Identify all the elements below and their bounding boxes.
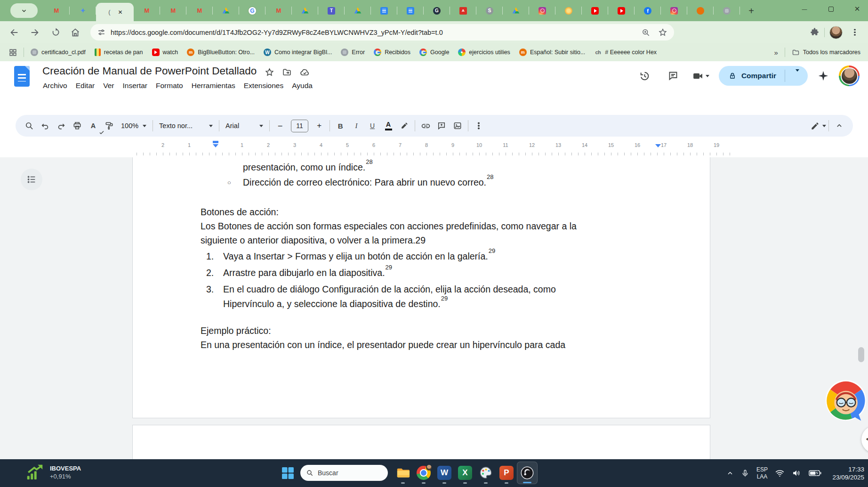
docs-home-icon[interactable]	[14, 66, 30, 87]
bookmark-item[interactable]: mBigBlueButton: Otro...	[187, 49, 255, 56]
tab-search-button[interactable]	[10, 3, 38, 18]
meet-group[interactable]	[692, 70, 709, 82]
undo-button[interactable]	[37, 118, 53, 134]
menu-item-herramientas[interactable]: Herramientas	[187, 79, 240, 92]
bookmark-item[interactable]: mEspañol: Subir sitio...	[519, 49, 585, 56]
close-button[interactable]	[850, 2, 864, 16]
browser-tab[interactable]: ✦	[70, 0, 96, 21]
menu-item-insertar[interactable]: Insertar	[118, 79, 152, 92]
menu-item-archivo[interactable]: Archivo	[39, 79, 72, 92]
zoom-select[interactable]: 100%	[117, 118, 150, 134]
menu-item-ayuda[interactable]: Ayuda	[288, 79, 317, 92]
apps-grid-icon[interactable]	[8, 48, 17, 57]
bookmark-item[interactable]: Error	[341, 49, 365, 56]
forward-button[interactable]	[27, 25, 42, 40]
scrollbar-thumb[interactable]	[858, 347, 864, 362]
left-indent-marker[interactable]	[213, 144, 218, 147]
italic-button[interactable]	[348, 118, 364, 134]
extensions-icon[interactable]	[810, 27, 820, 37]
search-menus-button[interactable]	[21, 118, 37, 134]
bookmark-item[interactable]: Recibidos	[374, 49, 410, 56]
taskbar-search[interactable]: Buscar	[300, 465, 388, 481]
highlight-color-button[interactable]	[396, 118, 412, 134]
right-indent-marker[interactable]	[655, 144, 661, 147]
back-button[interactable]	[7, 25, 22, 40]
browser-tab[interactable]: G	[239, 0, 265, 21]
clock[interactable]: 17:33 23/09/2025	[828, 465, 864, 481]
bookmark-item[interactable]: WComo integrar BigBl...	[264, 49, 332, 56]
browser-tab[interactable]: G	[424, 0, 450, 21]
hide-menus-button[interactable]	[831, 118, 847, 134]
all-bookmarks-folder[interactable]: Todos los marcadores	[792, 49, 860, 57]
bookmark-item[interactable]: watch	[152, 49, 178, 56]
browser-menu-icon[interactable]	[847, 25, 862, 40]
menu-item-formato[interactable]: Formato	[152, 79, 187, 92]
font-size-field[interactable]: 11	[291, 120, 308, 132]
browser-tab[interactable]	[555, 0, 582, 21]
print-button[interactable]	[69, 118, 85, 134]
start-button[interactable]	[281, 466, 295, 480]
gemini-icon[interactable]	[817, 70, 829, 82]
bookmark-item[interactable]: recetas de pan	[95, 49, 143, 56]
cloud-status-icon[interactable]	[299, 67, 310, 78]
first-line-indent-marker[interactable]	[213, 141, 218, 143]
reload-button[interactable]	[48, 25, 63, 40]
bookmark-item[interactable]: Google	[419, 49, 449, 56]
doc-title[interactable]: Creación de Manual de PowerPoint Detalla…	[42, 65, 257, 77]
decrease-font-button[interactable]	[272, 118, 288, 134]
hidden-icons-chevron[interactable]	[726, 470, 734, 477]
insert-image-button[interactable]	[450, 118, 466, 134]
widgets-button[interactable]: IBOVESPA +0,91%	[25, 463, 81, 482]
editing-mode-button[interactable]	[810, 118, 826, 134]
underline-button[interactable]	[364, 118, 380, 134]
browser-tab[interactable]	[345, 0, 371, 21]
profile-avatar[interactable]	[829, 26, 843, 39]
document-page[interactable]: presentación, como un índice.28○Direcció…	[132, 157, 710, 418]
battery-icon[interactable]	[809, 470, 821, 477]
browser-tab[interactable]	[582, 0, 608, 21]
star-doc-icon[interactable]	[265, 67, 274, 77]
url-text[interactable]: https://docs.google.com/document/d/1T4Jf…	[111, 29, 641, 36]
share-button[interactable]: Compartir	[719, 66, 808, 86]
taskbar-app-paint[interactable]	[475, 462, 496, 484]
url-bar[interactable]: https://docs.google.com/document/d/1T4Jf…	[90, 24, 674, 41]
bookmark-overflow-icon[interactable]: »	[774, 49, 778, 57]
home-button[interactable]	[68, 25, 83, 40]
menu-item-editar[interactable]: Editar	[72, 79, 99, 92]
bold-button[interactable]	[332, 118, 348, 134]
menu-item-ver[interactable]: Ver	[99, 79, 118, 92]
font-select[interactable]: Arial	[222, 118, 267, 134]
move-folder-icon[interactable]	[282, 67, 292, 77]
account-avatar[interactable]	[839, 65, 860, 86]
zoom-icon[interactable]	[641, 28, 651, 37]
collapse-edge-button[interactable]	[861, 426, 868, 453]
add-comment-button[interactable]	[434, 118, 450, 134]
wifi-icon[interactable]	[775, 468, 785, 478]
document-text[interactable]: presentación, como un índice.28○Direcció…	[201, 157, 681, 352]
taskbar-app-obs[interactable]	[517, 462, 538, 484]
bookmark-star-icon[interactable]	[658, 28, 667, 37]
browser-tab[interactable]: M	[265, 0, 292, 21]
browser-tab[interactable]	[213, 0, 239, 21]
increase-font-button[interactable]	[311, 118, 327, 134]
share-dropdown-icon[interactable]	[790, 72, 805, 80]
browser-tab[interactable]	[687, 0, 714, 21]
browser-tab[interactable]	[661, 0, 687, 21]
browser-tab[interactable]: S	[476, 0, 503, 21]
bookmark-item[interactable]: certificado_cl.pdf	[31, 49, 86, 56]
site-info-icon[interactable]	[97, 28, 106, 37]
insert-link-button[interactable]	[418, 118, 434, 134]
styles-select[interactable]: Texto nor...	[155, 118, 217, 134]
browser-tab[interactable]	[397, 0, 424, 21]
volume-icon[interactable]	[792, 468, 802, 478]
taskbar-app-chrome[interactable]	[413, 462, 434, 484]
browser-tab[interactable]: T	[318, 0, 345, 21]
bookmark-item[interactable]: ejercicios utilies	[458, 49, 510, 56]
document-page-next[interactable]	[132, 425, 710, 459]
comments-icon[interactable]	[664, 66, 683, 85]
text-color-button[interactable]: A	[380, 118, 396, 134]
redo-button[interactable]	[53, 118, 69, 134]
maximize-button[interactable]	[824, 2, 838, 16]
new-tab-button[interactable]	[745, 4, 758, 17]
spellcheck-button[interactable]: A	[85, 118, 101, 134]
